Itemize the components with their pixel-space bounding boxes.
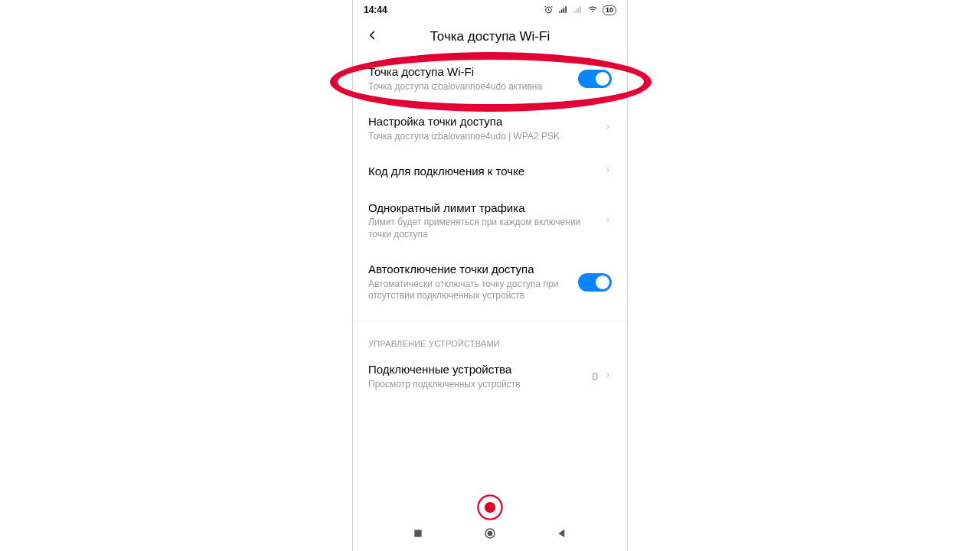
section-divider xyxy=(353,321,627,331)
signal-secondary-icon xyxy=(573,5,583,16)
status-icons-group: 10 xyxy=(544,4,616,16)
svg-rect-4 xyxy=(414,530,421,536)
connected-devices-row[interactable]: Подключенные устройства Просмотр подключ… xyxy=(353,351,627,401)
hotspot-toggle-switch[interactable] xyxy=(578,70,612,88)
hotspot-toggle-row[interactable]: Точка доступа Wi-Fi Точка доступа izbalo… xyxy=(353,54,627,103)
one-time-limit-sub: Лимит будет применяться при каждом включ… xyxy=(368,217,596,240)
chevron-right-icon xyxy=(604,370,612,383)
nav-home-button[interactable] xyxy=(483,527,497,543)
chevron-right-icon xyxy=(604,165,612,178)
status-time: 14:44 xyxy=(364,5,387,15)
phone-screen: 14:44 10 Точка доступа Wi-Fi xyxy=(352,0,628,551)
hotspot-setup-row[interactable]: Настройка точки доступа Точка доступа iz… xyxy=(353,103,627,153)
auto-off-sub: Автоматически отключать точку доступа пр… xyxy=(368,279,570,302)
header-bar: Точка доступа Wi-Fi xyxy=(353,20,627,54)
auto-off-title: Автоотключение точки доступа xyxy=(368,262,570,277)
auto-off-toggle-switch[interactable] xyxy=(578,273,612,292)
signal-icon xyxy=(558,5,568,16)
record-indicator-icon xyxy=(477,494,503,520)
svg-point-3 xyxy=(485,502,495,513)
one-time-limit-title: Однократный лимит трафика xyxy=(368,201,596,216)
battery-icon: 10 xyxy=(603,5,616,15)
chevron-right-icon xyxy=(604,122,612,135)
navigation-bar xyxy=(353,519,627,551)
hotspot-setup-title: Настройка точки доступа xyxy=(368,114,596,129)
alarm-icon xyxy=(544,5,554,16)
wifi-icon xyxy=(587,4,598,16)
nav-recent-apps-button[interactable] xyxy=(412,527,424,543)
connected-devices-sub: Просмотр подключенных устройств xyxy=(368,379,584,391)
hotspot-toggle-title: Точка доступа Wi-Fi xyxy=(368,64,570,80)
connected-devices-title: Подключенные устройства xyxy=(368,362,584,377)
settings-list: Точка доступа Wi-Fi Точка доступа izbalo… xyxy=(353,54,627,519)
qr-code-row[interactable]: Код для подключения к точке xyxy=(353,153,627,190)
auto-off-row[interactable]: Автоотключение точки доступа Автоматичес… xyxy=(353,251,627,313)
status-bar: 14:44 10 xyxy=(353,0,627,20)
svg-point-6 xyxy=(488,531,493,536)
qr-code-title: Код для подключения к точке xyxy=(368,164,596,179)
nav-back-button[interactable] xyxy=(556,527,568,543)
page-title: Точка доступа Wi-Fi xyxy=(353,29,627,44)
battery-level: 10 xyxy=(606,7,613,14)
hotspot-setup-sub: Точка доступа izbalovannoe4udo | WPA2 PS… xyxy=(368,131,596,143)
hotspot-toggle-sub: Точка доступа izbalovannoe4udo активна xyxy=(368,81,570,93)
connected-devices-count: 0 xyxy=(592,370,598,383)
one-time-limit-row[interactable]: Однократный лимит трафика Лимит будет пр… xyxy=(353,190,627,252)
chevron-right-icon xyxy=(604,214,612,227)
device-management-header: УПРАВЛЕНИЕ УСТРОЙСТВАМИ xyxy=(353,331,627,351)
